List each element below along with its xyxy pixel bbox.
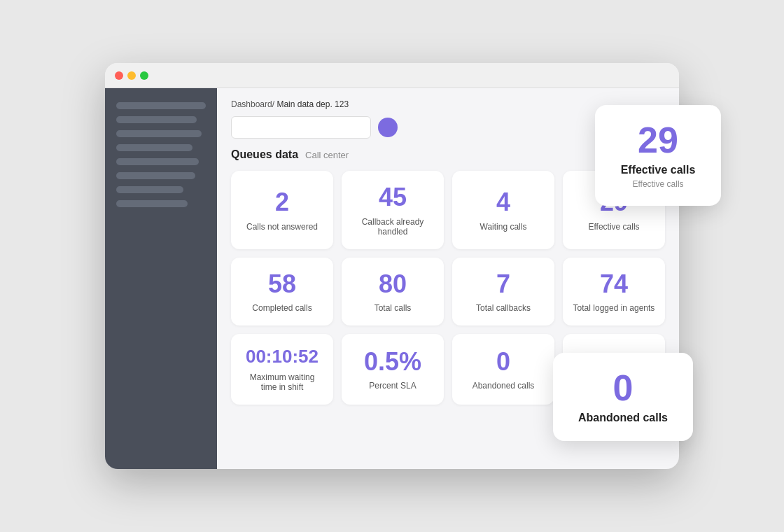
sidebar-item-6[interactable] bbox=[116, 172, 195, 179]
floating-abandoned-value: 0 bbox=[573, 370, 673, 406]
card-value-total-callbacks: 7 bbox=[496, 270, 510, 298]
card-value-callback-already-handled: 45 bbox=[379, 183, 407, 211]
breadcrumb-dashboard: Dashboard/ bbox=[231, 99, 274, 109]
card-value-abandoned-calls: 0 bbox=[496, 348, 510, 376]
title-bar bbox=[105, 63, 679, 88]
card-abandoned-calls: 0 Abandoned calls bbox=[452, 334, 554, 405]
sidebar-item-3[interactable] bbox=[116, 130, 202, 137]
sidebar-item-7[interactable] bbox=[116, 186, 183, 193]
card-percent-sla: 0.5% Percent SLA bbox=[342, 334, 444, 405]
card-completed-calls: 58 Completed calls bbox=[231, 258, 333, 326]
card-value-waiting-calls: 4 bbox=[496, 188, 510, 216]
sidebar-item-8[interactable] bbox=[116, 200, 188, 207]
card-waiting-calls: 4 Waiting calls bbox=[452, 171, 554, 249]
card-value-completed-calls: 58 bbox=[268, 270, 296, 298]
card-value-max-waiting-time: 00:10:52 bbox=[246, 346, 318, 367]
card-label-total-callbacks: Total callbacks bbox=[476, 303, 531, 313]
sidebar-item-2[interactable] bbox=[116, 116, 197, 123]
card-label-total-logged-in-agents: Total logged in agents bbox=[573, 303, 655, 313]
floating-effective-card: 29 Effective calls Effective calls bbox=[595, 105, 721, 206]
card-value-total-calls: 80 bbox=[379, 270, 407, 298]
section-title: Queues data bbox=[231, 148, 298, 161]
card-total-logged-in-agents: 74 Total logged in agents bbox=[563, 258, 665, 326]
card-max-waiting-time: 00:10:52 Maximum waiting time in shift bbox=[231, 334, 333, 405]
card-label-completed-calls: Completed calls bbox=[252, 303, 312, 313]
card-label-calls-not-answered: Calls not answered bbox=[246, 222, 318, 232]
card-value-total-logged-in-agents: 74 bbox=[600, 270, 628, 298]
floating-effective-label-bold: Effective calls bbox=[615, 164, 701, 176]
dot-green[interactable] bbox=[140, 71, 148, 80]
floating-abandoned-label-bold: Abandoned calls bbox=[573, 412, 673, 424]
sidebar-item-5[interactable] bbox=[116, 158, 199, 165]
breadcrumb-current: Main data dep. 123 bbox=[276, 99, 349, 109]
card-label-waiting-calls: Waiting calls bbox=[480, 222, 527, 232]
queue-dropdown[interactable] bbox=[231, 116, 371, 139]
sidebar-item-1[interactable] bbox=[116, 102, 206, 109]
sidebar-item-4[interactable] bbox=[116, 144, 192, 151]
card-label-abandoned-calls: Abandoned calls bbox=[472, 381, 535, 391]
browser-window: Dashboard/ Main data dep. 123 Queues dat… bbox=[105, 63, 679, 469]
card-callback-already-handled: 45 Callback already handled bbox=[342, 171, 444, 249]
card-value-calls-not-answered: 2 bbox=[275, 188, 289, 216]
card-label-effective-calls: Effective calls bbox=[588, 222, 639, 232]
card-label-callback-already-handled: Callback already handled bbox=[351, 217, 434, 237]
section-subtitle: Call center bbox=[305, 150, 349, 160]
dot-yellow[interactable] bbox=[127, 71, 136, 80]
floating-effective-value: 29 bbox=[615, 122, 701, 158]
card-calls-not-answered: 2 Calls not answered bbox=[231, 171, 333, 249]
floating-effective-label-small: Effective calls bbox=[615, 179, 701, 189]
card-label-percent-sla: Percent SLA bbox=[369, 381, 416, 391]
card-label-max-waiting-time: Maximum waiting time in shift bbox=[241, 372, 323, 392]
card-total-calls: 80 Total calls bbox=[342, 258, 444, 326]
card-value-percent-sla: 0.5% bbox=[364, 348, 421, 376]
status-indicator bbox=[378, 118, 398, 137]
floating-abandoned-card: 0 Abandoned calls bbox=[553, 353, 693, 441]
dot-red[interactable] bbox=[115, 71, 123, 80]
sidebar bbox=[105, 88, 217, 469]
card-total-callbacks: 7 Total callbacks bbox=[452, 258, 554, 326]
card-label-total-calls: Total calls bbox=[374, 303, 412, 313]
